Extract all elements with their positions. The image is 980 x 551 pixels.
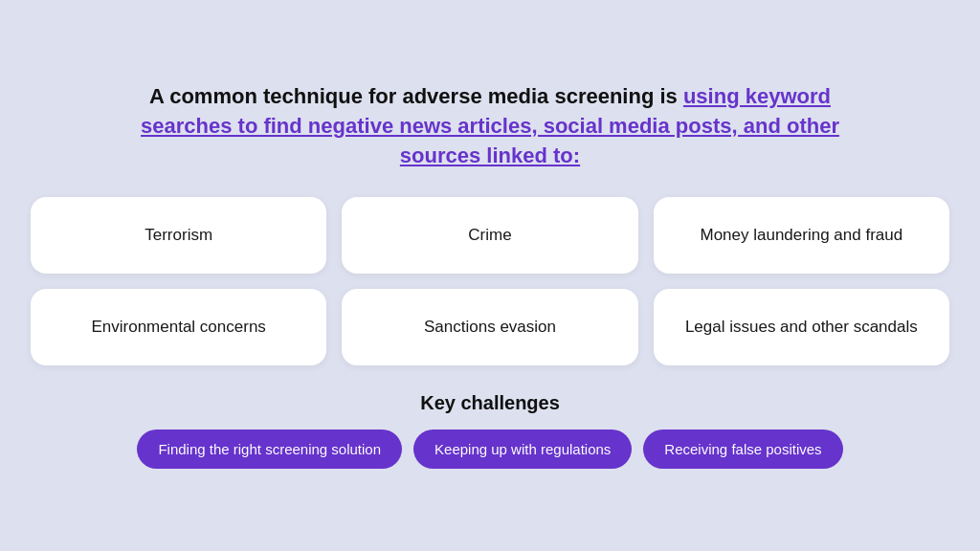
card-terrorism: Terrorism xyxy=(31,197,326,274)
card-money-laundering: Money laundering and fraud xyxy=(654,197,949,274)
card-environmental-concerns: Environmental concerns xyxy=(31,289,326,365)
main-container: A common technique for adverse media scr… xyxy=(31,82,949,469)
card-legal-issues: Legal issues and other scandals xyxy=(654,289,949,365)
card-crime: Crime xyxy=(342,197,637,274)
pill-regulations: Keeping up with regulations xyxy=(413,430,632,469)
challenges-title: Key challenges xyxy=(420,392,560,414)
pill-screening-solution: Finding the right screening solution xyxy=(137,430,402,469)
cards-grid: TerrorismCrimeMoney laundering and fraud… xyxy=(31,197,949,365)
pill-false-positives: Receiving false positives xyxy=(643,430,842,469)
challenges-section: Key challenges Finding the right screeni… xyxy=(31,392,949,469)
challenges-pills: Finding the right screening solutionKeep… xyxy=(137,430,842,469)
card-sanctions-evasion: Sanctions evasion xyxy=(342,289,637,365)
headline: A common technique for adverse media scr… xyxy=(117,82,863,170)
